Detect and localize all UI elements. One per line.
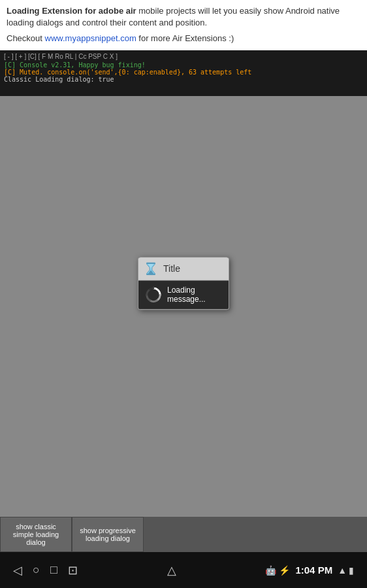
svg-rect-4 bbox=[147, 273, 155, 274]
signal-icons: ▲ ▮ bbox=[338, 565, 354, 576]
checkout-suffix: for more Air Extensions :) bbox=[136, 33, 234, 43]
battery-icon: ▮ bbox=[349, 565, 354, 576]
recents-button[interactable]: □ bbox=[50, 563, 57, 577]
myappsnippet-link[interactable]: www.myappsnippet.com bbox=[45, 33, 136, 43]
wifi-icon: ▲ bbox=[338, 565, 347, 576]
console-header: [ - ] [ + ] [C] [ F M Ro RL | Cc PSP C X… bbox=[4, 53, 363, 60]
spinner-icon bbox=[145, 286, 162, 303]
console-area: [ - ] [ + ] [C] [ F M Ro RL | Cc PSP C X… bbox=[0, 50, 367, 96]
home-button[interactable]: ○ bbox=[33, 563, 40, 577]
top-content-area: Loading Extension for adobe air mobile p… bbox=[0, 0, 367, 50]
screenshot-button[interactable]: ⊡ bbox=[68, 563, 78, 578]
nav-center-controls: △ bbox=[167, 563, 176, 578]
usb-icon: ⚡ bbox=[279, 565, 290, 576]
description-text: Loading Extension for adobe air mobile p… bbox=[7, 5, 360, 29]
dialog-title-bar: Title bbox=[138, 257, 229, 280]
svg-rect-3 bbox=[147, 263, 155, 264]
checkout-text: Checkout www.myappsnippet.com for more A… bbox=[7, 33, 360, 44]
console-line-3: Classic Loading dialog: true bbox=[4, 76, 363, 83]
console-line-1: [C] Console v2.31, Happy bug fixing! bbox=[4, 61, 363, 69]
console-controls: [ - ] [ + ] [C] [ F M Ro RL | Cc PSP C X… bbox=[4, 53, 118, 60]
description-bold: Loading Extension for adobe air bbox=[7, 6, 136, 16]
loading-dialog: Title Loading message... bbox=[138, 257, 229, 310]
hourglass-icon bbox=[144, 261, 158, 276]
console-line-2: [C] Muted. console.on('send',{0: cap:ena… bbox=[4, 69, 363, 76]
nav-left-controls: ◁ ○ □ ⊡ bbox=[13, 563, 78, 578]
status-icons: 🤖 ⚡ bbox=[265, 565, 290, 576]
checkout-prefix: Checkout bbox=[7, 33, 45, 43]
back-button[interactable]: ◁ bbox=[13, 563, 22, 578]
navigation-bar: ◁ ○ □ ⊡ △ 🤖 ⚡ 1:04 PM ▲ ▮ bbox=[0, 552, 367, 588]
up-button[interactable]: △ bbox=[167, 563, 176, 578]
show-classic-dialog-button[interactable]: show classic simple loading dialog bbox=[0, 517, 72, 552]
show-progressive-dialog-button[interactable]: show progressive loading dialog bbox=[72, 517, 144, 552]
dialog-title-text: Title bbox=[163, 263, 180, 274]
loading-message-text: Loading message... bbox=[167, 286, 222, 304]
time-display: 1:04 PM bbox=[295, 564, 332, 576]
dialog-body: Loading message... bbox=[138, 280, 229, 309]
android-icon: 🤖 bbox=[265, 565, 276, 576]
bottom-buttons-bar: show classic simple loading dialog show … bbox=[0, 517, 367, 552]
main-area: Title Loading message... bbox=[0, 96, 367, 482]
nav-right-status: 🤖 ⚡ 1:04 PM ▲ ▮ bbox=[265, 564, 354, 576]
